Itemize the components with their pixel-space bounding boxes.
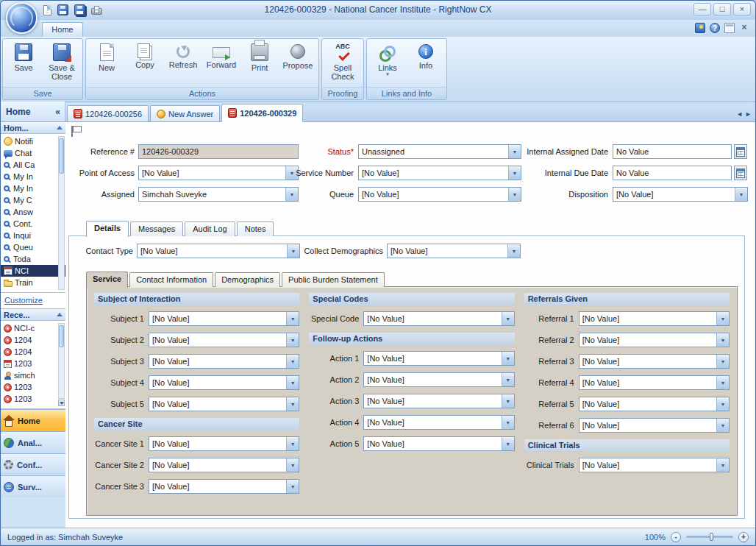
recent-item[interactable]: 1203 xyxy=(1,358,65,369)
recent-item[interactable]: 1203 xyxy=(1,381,65,393)
navigation-button[interactable]: Home xyxy=(1,409,65,431)
chevron-down-icon[interactable]: ▼ xyxy=(502,373,514,386)
collect-demographics-dropdown[interactable]: [No Value] ▼ xyxy=(387,244,521,258)
recent-scrollbar[interactable] xyxy=(58,323,65,399)
field-dropdown[interactable]: [No Value] ▼ xyxy=(363,415,514,430)
sidebar-tree-item[interactable]: My In xyxy=(1,171,65,182)
field-dropdown[interactable]: [No Value] ▼ xyxy=(579,311,730,326)
queue-dropdown[interactable]: [No Value] ▼ xyxy=(358,187,521,202)
sidebar-tree-item[interactable]: Train xyxy=(1,277,65,288)
recent-item[interactable]: 1204 xyxy=(1,346,65,358)
field-dropdown[interactable]: [No Value] ▼ xyxy=(579,375,730,390)
chevron-down-icon[interactable]: ▼ xyxy=(502,352,514,365)
field-dropdown[interactable]: [No Value] ▼ xyxy=(149,479,299,494)
field-dropdown[interactable]: [No Value] ▼ xyxy=(363,394,514,408)
zoom-out-button[interactable]: - xyxy=(671,532,681,542)
chevron-down-icon[interactable]: ▼ xyxy=(507,244,520,258)
sidebar-tree-item[interactable]: Cont. xyxy=(1,218,65,230)
sidebar-tree-item[interactable]: NCI xyxy=(1,265,65,277)
point-of-access-dropdown[interactable]: [No Value] ▼ xyxy=(138,166,299,180)
tree-scrollbar[interactable] xyxy=(58,136,65,290)
application-menu-button[interactable] xyxy=(6,2,38,34)
field-dropdown[interactable]: [No Value] ▼ xyxy=(579,418,730,433)
field-dropdown[interactable]: [No Value] ▼ xyxy=(363,351,514,366)
service-number-dropdown[interactable]: [No Value] ▼ xyxy=(358,166,521,180)
maximize-button[interactable]: □ xyxy=(713,3,731,15)
recent-item[interactable]: 1203 xyxy=(1,393,65,405)
recent-scrollbar-thumb[interactable] xyxy=(59,325,64,347)
feedback-icon[interactable] xyxy=(695,23,705,33)
minimize-button[interactable]: — xyxy=(693,3,711,15)
tree-scrollbar-thumb[interactable] xyxy=(59,138,64,174)
page-tab[interactable]: Audit Log xyxy=(185,221,235,236)
service-tab[interactable]: Demographics xyxy=(215,272,280,287)
chevron-down-icon[interactable]: ▼ xyxy=(716,397,729,411)
sidebar-tree-item[interactable]: All Ca xyxy=(1,159,65,171)
ribbon-button[interactable]: Forward xyxy=(203,41,240,85)
sidebar-group-header-recent[interactable]: Rece... xyxy=(1,309,65,321)
field-dropdown[interactable]: [No Value] ▼ xyxy=(149,397,299,411)
chevron-down-icon[interactable]: ▼ xyxy=(286,480,299,493)
flag-icon[interactable] xyxy=(71,126,81,137)
internal-due-date-field[interactable]: No Value xyxy=(613,166,732,180)
window-icon[interactable] xyxy=(724,23,735,33)
zoom-slider[interactable] xyxy=(686,536,733,538)
chevron-down-icon[interactable]: ▼ xyxy=(286,312,299,325)
service-tab[interactable]: Service xyxy=(86,272,128,288)
internal-assigned-date-field[interactable]: No Value xyxy=(613,144,732,159)
chevron-down-icon[interactable]: ▼ xyxy=(287,244,299,258)
ribbon-button[interactable]: Spell Check xyxy=(324,41,361,85)
ribbon-button[interactable]: Copy xyxy=(126,41,163,85)
ribbon-button[interactable]: Propose xyxy=(279,41,316,85)
navigation-button[interactable]: Surv... xyxy=(1,475,65,497)
service-tab[interactable]: Public Burden Statement xyxy=(282,272,385,287)
field-dropdown[interactable]: [No Value] ▼ xyxy=(363,311,514,326)
field-dropdown[interactable]: [No Value] ▼ xyxy=(363,436,514,451)
tab-scroll-right-icon[interactable]: ► xyxy=(745,110,752,118)
page-tab[interactable]: Notes xyxy=(237,221,274,236)
sidebar-tree-item[interactable]: My C xyxy=(1,194,65,206)
ribbon-button[interactable]: Refresh xyxy=(165,41,202,85)
document-tab[interactable]: 120426-000256 xyxy=(67,105,149,121)
service-tab[interactable]: Contact Information xyxy=(129,272,213,287)
chevron-down-icon[interactable]: ▼ xyxy=(286,437,299,450)
page-tab[interactable]: Details xyxy=(86,221,129,237)
recent-item[interactable]: simch xyxy=(1,369,65,381)
field-dropdown[interactable]: [No Value] ▼ xyxy=(579,333,730,347)
chevron-down-icon[interactable]: ▼ xyxy=(286,333,299,347)
field-dropdown[interactable]: [No Value] ▼ xyxy=(363,372,514,387)
chevron-down-icon[interactable]: ▼ xyxy=(502,437,514,450)
scroll-down-icon[interactable] xyxy=(58,400,65,406)
sidebar-tree-item[interactable]: Queu xyxy=(1,241,65,253)
navigation-button[interactable]: Conf... xyxy=(1,453,65,475)
customize-link[interactable]: Customize xyxy=(4,296,43,305)
field-dropdown[interactable]: [No Value] ▼ xyxy=(149,458,299,472)
chevron-down-icon[interactable]: ▼ xyxy=(716,419,729,432)
page-tab[interactable]: Messages xyxy=(130,221,183,236)
chevron-down-icon[interactable]: ▼ xyxy=(716,333,729,347)
sidebar-tree-item[interactable]: Chat xyxy=(1,147,65,159)
internal-assigned-date-calendar-button[interactable] xyxy=(734,144,747,159)
tab-scroll-left-icon[interactable]: ◄ xyxy=(736,110,743,118)
help-icon[interactable] xyxy=(710,23,720,33)
ribbon-button[interactable]: Save & Close xyxy=(43,41,80,85)
close-button[interactable]: × xyxy=(733,3,751,15)
chevron-down-icon[interactable]: ▼ xyxy=(502,312,514,325)
chevron-down-icon[interactable]: ▼ xyxy=(716,355,729,368)
chevron-down-icon[interactable]: ▼ xyxy=(716,312,729,325)
sidebar-tree-item[interactable]: Answ xyxy=(1,206,65,218)
ribbon-button[interactable]: New xyxy=(88,41,125,85)
chevron-down-icon[interactable]: ▼ xyxy=(286,458,299,472)
chevron-down-icon[interactable]: ▼ xyxy=(502,394,514,408)
field-dropdown[interactable]: [No Value] ▼ xyxy=(579,397,730,411)
document-tab[interactable]: 120426-000329 xyxy=(221,104,303,122)
navigation-button[interactable]: Anal... xyxy=(1,431,65,453)
recent-item[interactable]: 1204 xyxy=(1,334,65,346)
sidebar-tree-item[interactable]: Inqui xyxy=(1,230,65,241)
contact-type-dropdown[interactable]: [No Value] ▼ xyxy=(137,244,300,258)
chevron-down-icon[interactable]: ▼ xyxy=(735,188,747,201)
ribbon-tab-home[interactable]: Home xyxy=(42,22,83,37)
chevron-down-icon[interactable]: ▼ xyxy=(286,376,299,389)
sidebar-tree-item[interactable]: Notifi xyxy=(1,135,65,147)
ribbon-button[interactable]: Print xyxy=(241,41,278,85)
